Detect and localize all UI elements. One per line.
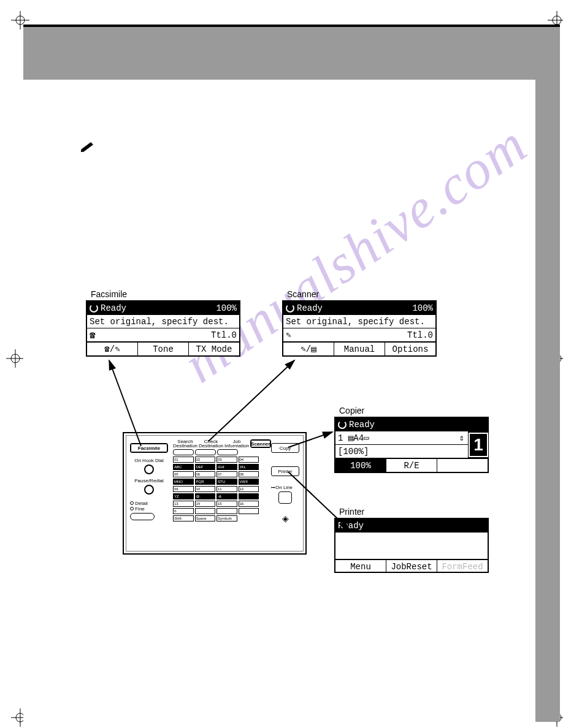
- scanner-btn-options[interactable]: Options: [385, 342, 435, 355]
- printer-lcd: Printer Ready Menu JobReset FormFeed: [334, 518, 489, 573]
- scanner-btn-switch[interactable]: ✎/▤: [283, 342, 334, 355]
- panel-quickdial-key[interactable]: @.: [195, 493, 216, 499]
- ready-icon: [90, 304, 98, 313]
- facsimile-btn-txmode[interactable]: TX Mode: [189, 342, 239, 355]
- crop-mark-ml: [6, 349, 25, 368]
- panel-quickdial-key[interactable]: 04: [239, 457, 259, 463]
- facsimile-instruction: Set original, specify dest.: [87, 315, 239, 328]
- phone-icon: ☎: [90, 329, 96, 341]
- panel-quickdial-key[interactable]: 12: [239, 486, 259, 492]
- panel-quickdial-key[interactable]: STU: [216, 479, 237, 485]
- panel-quickdial-key[interactable]: 09: [173, 486, 194, 492]
- panel-facsimile-button[interactable]: Facsimile: [130, 443, 168, 453]
- copier-scale: [100%]: [335, 445, 488, 458]
- panel-quickdial-key[interactable]: [216, 508, 237, 514]
- mode-diagram: Facsimile Ready 100% Set original, speci…: [80, 288, 491, 607]
- panel-quickdial-key[interactable]: JKL: [239, 464, 259, 470]
- scanner-btn-manual[interactable]: Manual: [334, 342, 385, 355]
- panel-online-label: On Line: [275, 485, 293, 490]
- facsimile-btn-tone[interactable]: Tone: [138, 342, 189, 355]
- panel-quickdial-shift-key[interactable]: Space: [195, 515, 216, 521]
- panel-quickdial-key[interactable]: 15: [216, 501, 237, 507]
- panel-quickdial-key[interactable]: PQR: [195, 479, 216, 485]
- panel-quickdial-key[interactable]: 03: [216, 457, 237, 463]
- panel-check-dest-button[interactable]: [195, 449, 216, 455]
- panel-quickdial-key[interactable]: GHI: [216, 464, 237, 470]
- panel-onhook-button[interactable]: [144, 464, 154, 474]
- printer-btn-jobreset[interactable]: JobReset: [386, 559, 437, 573]
- printer-blank-area: [335, 533, 488, 559]
- panel-quickdial-shift-key[interactable]: Shift: [173, 515, 194, 521]
- panel-quickdial-key[interactable]: 05: [173, 471, 194, 477]
- copier-title: Copier: [339, 406, 364, 415]
- scanner-dest-icon: ✎: [286, 330, 291, 340]
- panel-quickdial-key[interactable]: 14: [195, 501, 216, 507]
- panel-detail-label: Detail: [135, 501, 147, 506]
- scanner-percent: 100%: [412, 303, 433, 313]
- panel-online-button[interactable]: [278, 491, 292, 504]
- printer-status-row: Ready: [335, 519, 488, 533]
- ready-icon: [286, 304, 294, 313]
- panel-check-dest-label: Check Destination: [199, 439, 223, 448]
- panel-quickdial-key[interactable]: 08: [239, 471, 259, 477]
- facsimile-dest-row: ☎ Ttl.0: [87, 328, 239, 342]
- panel-quickdial-key[interactable]: 13: [173, 501, 194, 507]
- panel-quickdial-key[interactable]: [239, 493, 259, 499]
- panel-quickdial-grid: 01020304ABCDEFGHIJKL05060708MNOPQRSTUVWX…: [173, 457, 259, 521]
- panel-quickdial-key[interactable]: 07: [216, 471, 237, 477]
- facsimile-softkeys: ☎/✎ Tone TX Mode: [87, 342, 239, 355]
- panel-pauseredial-button[interactable]: [144, 485, 154, 495]
- ready-icon: [338, 420, 347, 429]
- panel-copy-button[interactable]: Copy: [271, 443, 299, 453]
- panel-quickdial-key[interactable]: 02: [195, 457, 216, 463]
- panel-pauseredial-label: Pause/Redial: [130, 478, 168, 483]
- panel-quickdial-key[interactable]: ABC: [173, 464, 194, 470]
- panel-quickdial-key[interactable]: 11: [216, 486, 237, 492]
- copier-paper-size: A4: [353, 433, 364, 443]
- copier-tray-num: 1: [338, 433, 343, 443]
- panel-quickdial-shift-key[interactable]: Symbols: [216, 515, 237, 521]
- copier-arrows: ⇕: [459, 433, 464, 443]
- panel-quickdial-key[interactable]: YZ: [173, 493, 194, 499]
- panel-quickdial-key[interactable]: MNO: [173, 479, 194, 485]
- copier-btn-re[interactable]: R/E: [386, 458, 437, 472]
- printer-btn-formfeed[interactable]: FormFeed: [437, 559, 488, 573]
- printer-status: Ready: [338, 521, 364, 531]
- panel-job-info-button[interactable]: [217, 449, 238, 455]
- panel-quickdial-key[interactable]: 06: [195, 471, 216, 477]
- panel-quickdial-key[interactable]: 16: [239, 501, 259, 507]
- scanner-lcd: Scanner Ready 100% Set original, specify…: [282, 300, 437, 357]
- led-icon: [130, 501, 134, 505]
- control-panel: Facsimile On Hook Dial Pause/Redial Deta…: [123, 432, 307, 555]
- facsimile-total: Ttl.0: [211, 330, 237, 340]
- panel-search-dest-button[interactable]: [173, 449, 194, 455]
- copier-qty-display: 1: [468, 431, 489, 458]
- panel-quickdial-key[interactable]: DEF: [195, 464, 216, 470]
- scanner-instruction: Set original, specify dest.: [283, 315, 435, 328]
- copier-lcd: Copier Ready 1 ▤A4▭ ⇕ [100%] 100% R/E 1: [334, 417, 489, 473]
- copier-btn-blank[interactable]: [437, 458, 488, 472]
- panel-quickdial-key[interactable]: ...: [195, 508, 216, 514]
- data-in-icon: ◈: [271, 514, 299, 523]
- led-icon: [130, 507, 134, 510]
- facsimile-btn-switch[interactable]: ☎/✎: [87, 342, 138, 355]
- scanner-dest-row: ✎ Ttl.0: [283, 328, 435, 342]
- facsimile-title: Facsimile: [91, 289, 127, 299]
- panel-scanner-button[interactable]: Scanner: [250, 439, 271, 448]
- panel-quickdial-key[interactable]: -&: [216, 493, 237, 499]
- panel-quickdial-key[interactable]: 0.: [173, 508, 194, 514]
- facsimile-lcd: Facsimile Ready 100% Set original, speci…: [86, 300, 240, 357]
- panel-onhook-label: On Hook Dial: [130, 458, 168, 463]
- copier-btn-100[interactable]: 100%: [335, 458, 386, 472]
- panel-quickdial-key[interactable]: 01: [173, 457, 194, 463]
- printer-btn-menu[interactable]: Menu: [335, 559, 386, 573]
- scanner-status: Ready: [297, 303, 323, 313]
- copier-softkeys: 100% R/E: [335, 458, 488, 472]
- scanner-title: Scanner: [287, 289, 319, 299]
- facsimile-status: Ready: [101, 303, 126, 313]
- panel-printer-button[interactable]: Printer: [271, 466, 299, 476]
- panel-quickdial-key[interactable]: VWX: [239, 479, 259, 485]
- panel-quickdial-key[interactable]: 10: [195, 486, 216, 492]
- panel-resolution-button[interactable]: [130, 513, 155, 520]
- panel-quickdial-key[interactable]: [239, 508, 259, 514]
